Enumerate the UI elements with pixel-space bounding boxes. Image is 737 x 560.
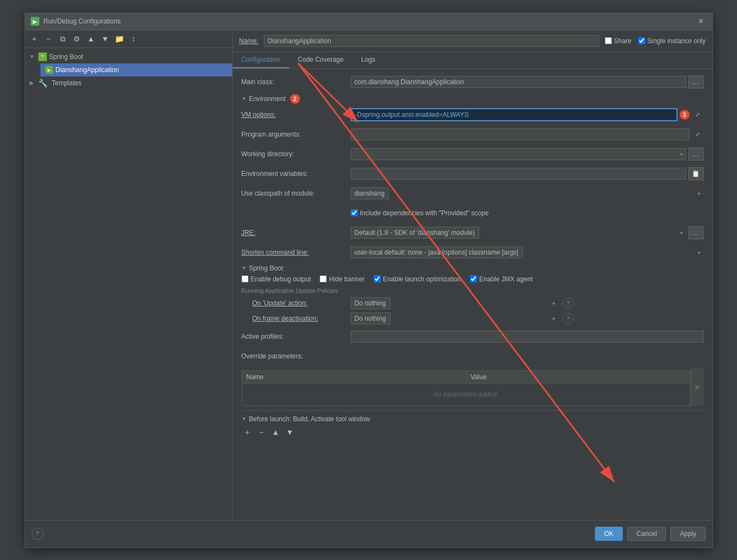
- cancel-button[interactable]: Cancel: [627, 527, 666, 541]
- table-empty-message: No parameters added.: [433, 391, 498, 398]
- debug-output-group: Enable debug output: [241, 275, 311, 283]
- jre-arrow: ▾: [680, 229, 683, 235]
- name-input[interactable]: [264, 35, 599, 47]
- tab-configuration[interactable]: Configuration: [233, 52, 289, 68]
- classpath-arrow: ▾: [698, 190, 700, 196]
- table-body: No parameters added.: [242, 384, 690, 405]
- table-add-column[interactable]: »: [691, 368, 704, 406]
- debug-output-checkbox[interactable]: [241, 275, 249, 282]
- main-class-browse-button[interactable]: …: [688, 75, 704, 89]
- spring-boot-section-header[interactable]: ▼ Spring Boot: [241, 264, 704, 272]
- include-deps-checkbox[interactable]: [351, 209, 358, 216]
- environment-section-header[interactable]: ▼ Environment 2: [241, 94, 704, 104]
- vm-options-row: VM options: 3 ⤢: [241, 107, 704, 122]
- footer-right: OK Cancel Apply: [595, 527, 706, 541]
- main-class-input[interactable]: [351, 76, 686, 88]
- name-options: Share Single instance only: [605, 37, 706, 45]
- templates-arrow: ▶: [30, 80, 36, 86]
- environment-title: Environment: [249, 95, 285, 103]
- debug-output-label[interactable]: Enable debug output: [251, 275, 311, 283]
- include-deps-label[interactable]: Include dependencies with "Provided" sco…: [360, 209, 489, 217]
- launch-optimization-label[interactable]: Enable launch optimization: [383, 275, 461, 283]
- move-down-button[interactable]: ▼: [99, 33, 111, 45]
- override-table: Name Value No parameters added.: [241, 370, 691, 406]
- tab-logs[interactable]: Logs: [352, 52, 384, 68]
- active-profiles-input[interactable]: [351, 331, 704, 343]
- include-deps-group: Include dependencies with "Provided" sco…: [351, 209, 489, 217]
- single-instance-label[interactable]: Single instance only: [647, 37, 706, 45]
- help-button[interactable]: ?: [32, 528, 44, 540]
- copy-config-button[interactable]: ⧉: [57, 33, 69, 45]
- jmx-agent-label[interactable]: Enable JMX agent: [479, 275, 533, 283]
- dianshang-item-label: DianshangApplication: [56, 66, 119, 74]
- spring-boot-label: Spring Boot: [49, 53, 84, 61]
- templates-label: Templates: [52, 79, 82, 87]
- settings-config-button[interactable]: ⚙: [71, 33, 83, 45]
- program-args-input[interactable]: [351, 128, 689, 140]
- table-header: Name Value: [242, 371, 690, 384]
- apply-button[interactable]: Apply: [670, 527, 705, 541]
- move-up-button[interactable]: ▲: [85, 33, 97, 45]
- config-panel: Main class: … ▼ Environment 2 VM options…: [233, 69, 712, 520]
- program-args-expand-button[interactable]: ⤢: [692, 128, 704, 140]
- spring-boot-group-header[interactable]: ▼ 🍃 Spring Boot: [25, 50, 232, 63]
- spring-boot-checkboxes: Enable debug output Hide banner Enable l…: [241, 275, 704, 283]
- sidebar-tree: ▼ 🍃 Spring Boot ▶ Diansha: [25, 48, 232, 520]
- dialog-body: + − ⧉ ⚙ ▲ ▼ 📁 ↕ ▼ 🍃 Spring Boot: [25, 31, 712, 520]
- dialog-icon: ▶: [31, 17, 39, 26]
- vm-badge: 3: [680, 110, 689, 120]
- working-dir-input[interactable]: [351, 148, 686, 160]
- before-launch-remove-button[interactable]: −: [256, 426, 268, 438]
- hide-banner-checkbox[interactable]: [320, 275, 327, 282]
- classpath-row: Use classpath of module: dianshang ▾: [241, 186, 704, 201]
- name-bar: Name: Share Single instance only: [233, 31, 712, 52]
- jre-browse-button[interactable]: …: [688, 226, 704, 239]
- shorten-cmd-select[interactable]: user-local default: none - java [options…: [351, 246, 523, 258]
- vm-options-expand-button[interactable]: ⤢: [692, 109, 704, 121]
- before-launch-title: Before launch: Build, Activate tool wind…: [249, 415, 370, 423]
- spring-boot-group: ▼ 🍃 Spring Boot ▶ Diansha: [25, 50, 232, 76]
- shorten-cmd-arrow: ▾: [698, 249, 700, 255]
- close-button[interactable]: ×: [695, 15, 706, 27]
- vm-options-input[interactable]: [351, 108, 677, 121]
- folder-button[interactable]: 📁: [114, 33, 126, 45]
- on-frame-help-button[interactable]: ?: [563, 313, 574, 324]
- shorten-cmd-label: Shorten command line:: [241, 249, 351, 256]
- footer-left: ?: [32, 528, 44, 540]
- tab-code-coverage[interactable]: Code Coverage: [289, 52, 352, 68]
- classpath-select[interactable]: dianshang: [351, 187, 389, 199]
- share-label[interactable]: Share: [614, 37, 632, 45]
- on-frame-select[interactable]: Do nothing: [351, 313, 391, 325]
- on-update-select[interactable]: Do nothing: [351, 297, 391, 309]
- before-launch-add-button[interactable]: +: [241, 426, 253, 438]
- working-dir-browse-button[interactable]: …: [688, 148, 704, 161]
- main-class-label: Main class:: [241, 78, 351, 86]
- share-checkbox[interactable]: [605, 37, 612, 44]
- on-update-help-button[interactable]: ?: [563, 298, 574, 309]
- share-checkbox-group: Share: [605, 37, 632, 45]
- ok-button[interactable]: OK: [595, 527, 623, 541]
- launch-opt-group: Enable launch optimization: [374, 275, 461, 283]
- dianshang-application-item[interactable]: ▶ DianshangApplication: [40, 63, 232, 76]
- sort-button[interactable]: ↕: [128, 33, 140, 45]
- before-launch-down-button[interactable]: ▼: [284, 426, 296, 438]
- before-launch-section: ▼ Before launch: Build, Activate tool wi…: [241, 410, 704, 438]
- remove-config-button[interactable]: −: [43, 33, 55, 45]
- svg-text:▶: ▶: [48, 68, 51, 73]
- hide-banner-label[interactable]: Hide banner: [329, 275, 364, 283]
- templates-item[interactable]: ▶ 🔧 Templates: [25, 76, 232, 90]
- add-config-button[interactable]: +: [28, 33, 40, 45]
- single-instance-checkbox[interactable]: [638, 37, 645, 44]
- override-params-header-row: Override parameters:: [241, 349, 704, 364]
- classpath-label: Use classpath of module:: [241, 190, 351, 197]
- hide-banner-group: Hide banner: [320, 275, 364, 283]
- env-vars-input[interactable]: [351, 168, 686, 180]
- vm-options-label: VM options:: [241, 111, 351, 119]
- sidebar-toolbar: + − ⧉ ⚙ ▲ ▼ 📁 ↕: [25, 31, 232, 48]
- jmx-agent-checkbox[interactable]: [470, 275, 477, 282]
- jre-select[interactable]: Default (1.8 - SDK of 'dianshang' module…: [351, 227, 479, 239]
- main-class-row: Main class: …: [241, 74, 704, 90]
- before-launch-up-button[interactable]: ▲: [270, 426, 282, 438]
- launch-optimization-checkbox[interactable]: [374, 275, 381, 282]
- env-vars-browse-button[interactable]: 📋: [688, 167, 704, 180]
